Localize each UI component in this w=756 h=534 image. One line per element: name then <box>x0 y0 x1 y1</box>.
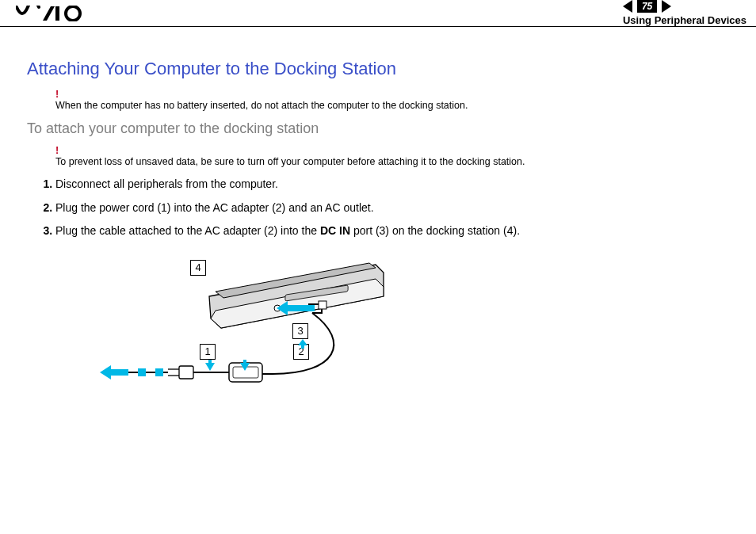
warning-icon: ! <box>55 90 729 98</box>
arrow-up-icon <box>298 339 307 349</box>
page-title: Attaching Your Computer to the Docking S… <box>27 59 729 79</box>
svg-point-1 <box>66 6 80 21</box>
page-number: 75 <box>637 0 657 13</box>
svg-marker-18 <box>240 360 250 371</box>
warning-2: ! To prevent loss of unsaved data, be su… <box>55 147 729 167</box>
callout-3: 3 <box>292 323 308 339</box>
section-label: Using Peripheral Devices <box>623 14 746 26</box>
warning-2-text: To prevent loss of unsaved data, be sure… <box>55 156 525 167</box>
triangle-left-icon <box>623 0 632 13</box>
svg-marker-19 <box>298 339 307 349</box>
arrow-down-icon <box>205 360 215 371</box>
svg-rect-11 <box>179 366 193 379</box>
warning-1-text: When the computer has no battery inserte… <box>55 100 468 111</box>
step-2: Plug the power cord (1) into the AC adap… <box>55 200 729 216</box>
svg-marker-17 <box>205 360 215 371</box>
vaio-logo <box>16 6 92 21</box>
header-bar: 75 Using Peripheral Devices <box>0 0 756 27</box>
svg-rect-15 <box>138 368 146 376</box>
arrow-power-out-icon <box>100 365 128 380</box>
docking-station-figure: 4 3 1 2 <box>114 255 479 398</box>
steps-list: Disconnect all peripherals from the comp… <box>27 177 729 239</box>
arrow-down-icon <box>240 360 250 371</box>
step-3: Plug the cable attached to the AC adapte… <box>55 223 729 239</box>
prev-page-button[interactable] <box>623 0 632 13</box>
callout-1: 1 <box>200 344 216 360</box>
page-content: Attaching Your Computer to the Docking S… <box>0 27 756 398</box>
procedure-heading: To attach your computer to the docking s… <box>27 120 729 137</box>
callout-4: 4 <box>190 260 206 276</box>
svg-rect-16 <box>155 368 163 376</box>
next-page-button[interactable] <box>662 0 671 13</box>
warning-icon: ! <box>55 147 729 154</box>
step-1: Disconnect all peripherals from the comp… <box>55 177 729 193</box>
arrow-dc-in-icon <box>277 301 315 315</box>
svg-rect-0 <box>55 6 59 21</box>
svg-rect-7 <box>319 301 326 309</box>
warning-1: ! When the computer has no battery inser… <box>55 90 729 111</box>
header-right: 75 Using Peripheral Devices <box>623 0 746 26</box>
triangle-right-icon <box>662 0 671 13</box>
